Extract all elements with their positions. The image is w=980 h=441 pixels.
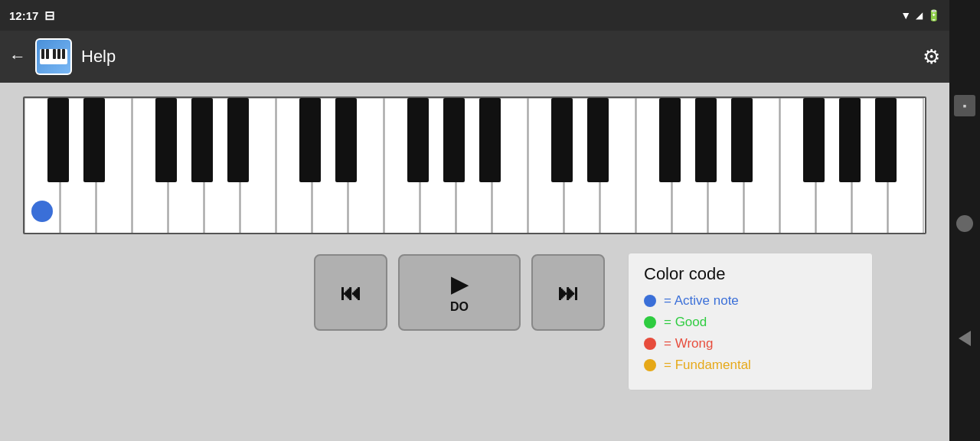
svg-rect-3 [53, 49, 56, 59]
svg-rect-42 [587, 98, 609, 182]
svg-rect-44 [695, 98, 717, 182]
sidebar-circle-button[interactable] [956, 215, 973, 232]
svg-rect-5 [62, 49, 65, 59]
fundamental-label: = Fundamental [664, 358, 751, 373]
settings-button[interactable]: ⚙ [923, 45, 940, 69]
app-icon [35, 38, 72, 75]
wifi-icon: ▼ [900, 9, 911, 21]
next-icon: ⏭ [557, 280, 579, 305]
sidebar-back-button[interactable] [959, 331, 971, 346]
page-title: Help [81, 47, 913, 67]
svg-rect-33 [155, 98, 177, 182]
svg-rect-38 [407, 98, 429, 182]
back-button[interactable]: ← [9, 47, 26, 67]
svg-rect-48 [875, 98, 897, 182]
active-dot [644, 295, 656, 307]
right-sidebar: ▪ [949, 0, 980, 441]
color-item-active: = Active note [644, 293, 857, 309]
battery-icon: 🔋 [927, 9, 940, 21]
sidebar-square-button[interactable]: ▪ [954, 95, 975, 116]
svg-rect-46 [803, 98, 825, 182]
play-button[interactable]: ▶ DO [398, 254, 521, 331]
svg-rect-41 [551, 98, 573, 182]
app-icon-inner [37, 40, 70, 74]
top-bar: ← Help ⚙ [0, 31, 949, 83]
color-code-panel: Color code = Active note = Good = Wrong … [628, 253, 873, 390]
svg-rect-2 [46, 49, 49, 59]
good-dot [644, 316, 656, 328]
svg-rect-36 [299, 98, 321, 182]
prev-icon: ⏮ [340, 280, 361, 305]
svg-rect-31 [47, 98, 69, 182]
active-note-dot [31, 201, 53, 222]
sim-icon: ⊟ [44, 8, 54, 23]
piano-keyboard: // This will be done inline [23, 96, 926, 234]
svg-rect-43 [659, 98, 681, 182]
svg-rect-4 [57, 49, 60, 59]
next-button[interactable]: ⏭ [531, 254, 605, 331]
svg-rect-45 [731, 98, 753, 182]
main-content: // This will be done inline [0, 83, 949, 441]
color-item-wrong: = Wrong [644, 336, 857, 351]
good-label: = Good [664, 315, 707, 330]
wrong-dot [644, 338, 656, 350]
play-label: DO [450, 300, 469, 314]
svg-rect-32 [83, 98, 105, 182]
svg-rect-40 [479, 98, 501, 182]
fundamental-dot [644, 359, 656, 371]
color-item-good: = Good [644, 315, 857, 330]
svg-rect-47 [839, 98, 861, 182]
svg-rect-35 [227, 98, 249, 182]
svg-rect-1 [41, 49, 44, 59]
wrong-label: = Wrong [664, 336, 713, 351]
svg-rect-34 [191, 98, 213, 182]
prev-button[interactable]: ⏮ [314, 254, 387, 331]
svg-rect-37 [335, 98, 357, 182]
playback-controls: ⏮ ▶ DO ⏭ [314, 254, 605, 331]
status-bar: 12:17 ⊟ ▼ ◢ 🔋 [0, 0, 949, 31]
controls-row: ⏮ ▶ DO ⏭ Color code = Active note = Good [23, 248, 926, 390]
play-icon: ▶ [451, 272, 468, 297]
signal-icon: ◢ [916, 10, 923, 21]
active-label: = Active note [664, 293, 739, 309]
color-code-title: Color code [644, 264, 857, 284]
svg-rect-39 [443, 98, 465, 182]
time-display: 12:17 [9, 9, 38, 22]
color-item-fundamental: = Fundamental [644, 358, 857, 373]
